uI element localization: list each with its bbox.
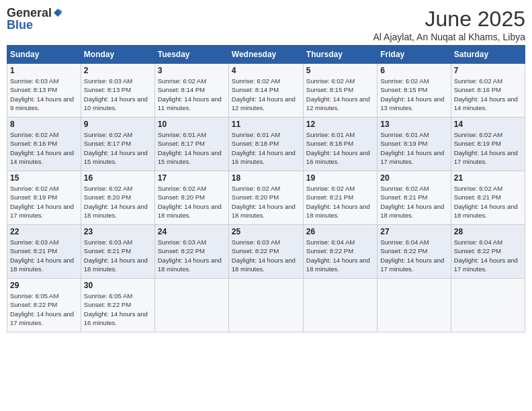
day-detail: Sunrise: 6:02 AM Sunset: 8:16 PM Dayligh…	[454, 77, 522, 112]
day-number: 22	[10, 227, 78, 236]
calendar-cell: 17 Sunrise: 6:02 AM Sunset: 8:20 PM Dayl…	[154, 171, 228, 225]
day-number: 15	[10, 173, 78, 183]
day-number: 5	[306, 66, 374, 75]
calendar-cell: 24 Sunrise: 6:03 AM Sunset: 8:22 PM Dayl…	[154, 225, 228, 279]
calendar-cell: 12 Sunrise: 6:01 AM Sunset: 8:18 PM Dayl…	[303, 118, 377, 171]
day-detail: Sunrise: 6:05 AM Sunset: 8:22 PM Dayligh…	[84, 291, 152, 327]
calendar-cell	[303, 279, 377, 332]
day-number: 14	[454, 120, 522, 129]
day-number: 3	[158, 66, 226, 75]
calendar-cell: 18 Sunrise: 6:02 AM Sunset: 8:20 PM Dayl…	[228, 171, 303, 225]
column-header-thursday: Thursday	[303, 46, 377, 64]
day-number: 24	[158, 227, 226, 236]
day-detail: Sunrise: 6:03 AM Sunset: 8:21 PM Dayligh…	[10, 238, 78, 273]
day-number: 23	[84, 227, 152, 236]
calendar-subtitle: Al Ajaylat, An Nuqat al Khams, Libya	[373, 32, 525, 42]
calendar-cell: 19 Sunrise: 6:02 AM Sunset: 8:21 PM Dayl…	[303, 171, 377, 225]
calendar-week-2: 8 Sunrise: 6:02 AM Sunset: 8:16 PM Dayli…	[7, 118, 525, 171]
day-detail: Sunrise: 6:01 AM Sunset: 8:19 PM Dayligh…	[380, 130, 447, 166]
day-number: 7	[454, 66, 522, 75]
calendar-cell: 15 Sunrise: 6:02 AM Sunset: 8:19 PM Dayl…	[7, 171, 81, 225]
day-detail: Sunrise: 6:02 AM Sunset: 8:14 PM Dayligh…	[158, 77, 226, 112]
calendar-cell: 26 Sunrise: 6:04 AM Sunset: 8:22 PM Dayl…	[303, 225, 377, 279]
calendar-cell: 21 Sunrise: 6:02 AM Sunset: 8:21 PM Dayl…	[451, 171, 525, 225]
day-detail: Sunrise: 6:04 AM Sunset: 8:22 PM Dayligh…	[454, 238, 522, 273]
calendar-cell: 1 Sunrise: 6:03 AM Sunset: 8:13 PM Dayli…	[7, 64, 81, 118]
calendar-title: June 2025	[373, 7, 525, 32]
day-detail: Sunrise: 6:02 AM Sunset: 8:21 PM Dayligh…	[306, 184, 374, 220]
day-number: 25	[232, 227, 300, 236]
calendar-cell	[378, 279, 451, 332]
day-detail: Sunrise: 6:02 AM Sunset: 8:14 PM Dayligh…	[232, 77, 300, 112]
day-detail: Sunrise: 6:03 AM Sunset: 8:22 PM Dayligh…	[158, 238, 226, 273]
calendar-cell	[228, 279, 303, 332]
day-detail: Sunrise: 6:01 AM Sunset: 8:17 PM Dayligh…	[158, 130, 226, 166]
calendar-cell: 29 Sunrise: 6:05 AM Sunset: 8:22 PM Dayl…	[7, 279, 81, 332]
day-detail: Sunrise: 6:02 AM Sunset: 8:15 PM Dayligh…	[380, 77, 447, 112]
day-number: 11	[232, 120, 300, 129]
title-area: June 2025 Al Ajaylat, An Nuqat al Khams,…	[373, 7, 525, 42]
day-detail: Sunrise: 6:02 AM Sunset: 8:16 PM Dayligh…	[10, 130, 78, 166]
calendar-cell	[451, 279, 525, 332]
calendar-cell	[154, 279, 228, 332]
calendar-cell: 28 Sunrise: 6:04 AM Sunset: 8:22 PM Dayl…	[451, 225, 525, 279]
calendar-cell: 2 Sunrise: 6:03 AM Sunset: 8:13 PM Dayli…	[81, 64, 154, 118]
day-number: 16	[84, 173, 152, 183]
page-header: General Blue June 2025 Al Ajaylat, An Nu…	[7, 7, 525, 42]
day-detail: Sunrise: 6:02 AM Sunset: 8:20 PM Dayligh…	[232, 184, 300, 220]
logo-blue-text: Blue	[7, 19, 33, 31]
day-detail: Sunrise: 6:02 AM Sunset: 8:21 PM Dayligh…	[380, 184, 447, 220]
calendar-cell: 7 Sunrise: 6:02 AM Sunset: 8:16 PM Dayli…	[451, 64, 525, 118]
column-header-monday: Monday	[81, 46, 154, 64]
day-number: 26	[306, 227, 374, 236]
calendar-cell: 6 Sunrise: 6:02 AM Sunset: 8:15 PM Dayli…	[378, 64, 451, 118]
day-number: 12	[306, 120, 374, 129]
calendar-week-1: 1 Sunrise: 6:03 AM Sunset: 8:13 PM Dayli…	[7, 64, 525, 118]
day-detail: Sunrise: 6:02 AM Sunset: 8:19 PM Dayligh…	[454, 130, 522, 166]
day-number: 17	[158, 173, 226, 183]
calendar-cell: 16 Sunrise: 6:02 AM Sunset: 8:20 PM Dayl…	[81, 171, 154, 225]
day-number: 21	[454, 173, 522, 183]
day-detail: Sunrise: 6:02 AM Sunset: 8:15 PM Dayligh…	[306, 77, 374, 112]
day-number: 27	[380, 227, 447, 236]
calendar-cell: 23 Sunrise: 6:03 AM Sunset: 8:21 PM Dayl…	[81, 225, 154, 279]
day-detail: Sunrise: 6:05 AM Sunset: 8:22 PM Dayligh…	[10, 291, 78, 327]
day-detail: Sunrise: 6:01 AM Sunset: 8:18 PM Dayligh…	[232, 130, 300, 166]
day-number: 13	[380, 120, 447, 129]
day-detail: Sunrise: 6:04 AM Sunset: 8:22 PM Dayligh…	[380, 238, 447, 273]
calendar-week-5: 29 Sunrise: 6:05 AM Sunset: 8:22 PM Dayl…	[7, 279, 525, 332]
logo-general-text: General	[7, 7, 52, 19]
day-number: 29	[10, 281, 78, 290]
calendar-cell: 5 Sunrise: 6:02 AM Sunset: 8:15 PM Dayli…	[303, 64, 377, 118]
calendar-cell: 8 Sunrise: 6:02 AM Sunset: 8:16 PM Dayli…	[7, 118, 81, 171]
day-detail: Sunrise: 6:03 AM Sunset: 8:21 PM Dayligh…	[84, 238, 152, 273]
column-header-sunday: Sunday	[7, 46, 81, 64]
column-header-saturday: Saturday	[451, 46, 525, 64]
day-number: 8	[10, 120, 78, 129]
day-detail: Sunrise: 6:02 AM Sunset: 8:17 PM Dayligh…	[84, 130, 152, 166]
column-header-tuesday: Tuesday	[154, 46, 228, 64]
day-detail: Sunrise: 6:03 AM Sunset: 8:22 PM Dayligh…	[232, 238, 300, 273]
day-detail: Sunrise: 6:02 AM Sunset: 8:20 PM Dayligh…	[84, 184, 152, 220]
day-number: 9	[84, 120, 152, 129]
calendar-cell: 4 Sunrise: 6:02 AM Sunset: 8:14 PM Dayli…	[228, 64, 303, 118]
calendar-cell: 13 Sunrise: 6:01 AM Sunset: 8:19 PM Dayl…	[378, 118, 451, 171]
day-number: 4	[232, 66, 300, 75]
day-number: 30	[84, 281, 152, 290]
day-detail: Sunrise: 6:04 AM Sunset: 8:22 PM Dayligh…	[306, 238, 374, 273]
calendar-cell: 14 Sunrise: 6:02 AM Sunset: 8:19 PM Dayl…	[451, 118, 525, 171]
day-number: 6	[380, 66, 447, 75]
calendar-cell: 3 Sunrise: 6:02 AM Sunset: 8:14 PM Dayli…	[154, 64, 228, 118]
calendar-cell: 25 Sunrise: 6:03 AM Sunset: 8:22 PM Dayl…	[228, 225, 303, 279]
day-number: 10	[158, 120, 226, 129]
calendar-week-3: 15 Sunrise: 6:02 AM Sunset: 8:19 PM Dayl…	[7, 171, 525, 225]
calendar-cell: 30 Sunrise: 6:05 AM Sunset: 8:22 PM Dayl…	[81, 279, 154, 332]
day-detail: Sunrise: 6:02 AM Sunset: 8:21 PM Dayligh…	[454, 184, 522, 220]
column-header-friday: Friday	[378, 46, 451, 64]
day-number: 19	[306, 173, 374, 183]
calendar-week-4: 22 Sunrise: 6:03 AM Sunset: 8:21 PM Dayl…	[7, 225, 525, 279]
day-number: 2	[84, 66, 152, 75]
day-detail: Sunrise: 6:01 AM Sunset: 8:18 PM Dayligh…	[306, 130, 374, 166]
column-header-wednesday: Wednesday	[228, 46, 303, 64]
day-detail: Sunrise: 6:03 AM Sunset: 8:13 PM Dayligh…	[84, 77, 152, 112]
